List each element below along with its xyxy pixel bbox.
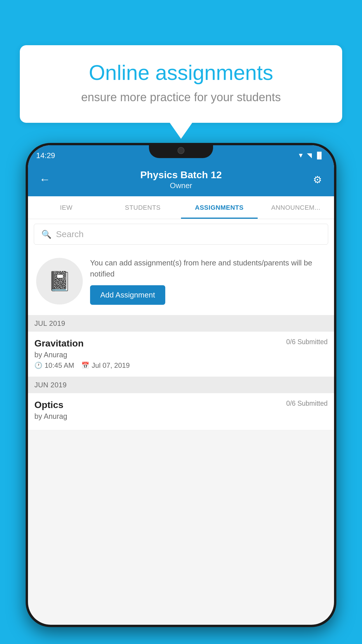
section-header-jun2019: JUN 2019 (28, 377, 334, 393)
assignment-submitted: 0/6 Submitted (286, 338, 328, 346)
assignment-row1-optics: Optics 0/6 Submitted (34, 400, 328, 410)
header-title-area: Physics Batch 12 Owner (53, 169, 309, 190)
header-title: Physics Batch 12 (53, 169, 309, 181)
assignment-row1: Gravitation 0/6 Submitted (34, 338, 328, 349)
tab-assignments[interactable]: ASSIGNMENTS (181, 196, 258, 219)
assignment-item-gravitation[interactable]: Gravitation 0/6 Submitted by Anurag 🕐 10… (28, 332, 334, 377)
assignment-icon-circle: 📓 (36, 258, 83, 304)
assignment-submitted-optics: 0/6 Submitted (286, 400, 328, 407)
status-time: 14:29 (36, 151, 55, 160)
assignment-author-optics: by Anurag (34, 412, 328, 421)
signal-icon: ◥ (307, 152, 312, 159)
phone-notch (149, 143, 213, 158)
info-card: 📓 You can add assignment(s) from here an… (28, 249, 334, 315)
tab-iew[interactable]: IEW (28, 196, 105, 219)
assignment-author: by Anurag (34, 351, 328, 359)
search-container: 🔍 Search (28, 219, 334, 249)
notebook-icon: 📓 (48, 270, 71, 292)
assignment-date: 📅 Jul 07, 2019 (81, 361, 130, 370)
search-placeholder: Search (56, 229, 84, 239)
settings-button[interactable]: ⚙ (309, 174, 325, 186)
back-button[interactable]: ← (37, 173, 53, 186)
header-subtitle: Owner (53, 181, 309, 190)
tab-students[interactable]: STUDENTS (105, 196, 181, 219)
speech-bubble-subtitle: ensure more practice for your students (39, 91, 323, 104)
info-text-area: You can add assignment(s) from here and … (90, 258, 326, 305)
info-description: You can add assignment(s) from here and … (90, 258, 326, 279)
phone-frame: 14:29 ▼ ◥ ▐▌ ← Physics Batch 12 Owner ⚙ (26, 143, 336, 627)
battery-icon: ▐▌ (315, 152, 324, 159)
phone-container: 14:29 ▼ ◥ ▐▌ ← Physics Batch 12 Owner ⚙ (26, 143, 336, 627)
clock-icon: 🕐 (34, 362, 42, 369)
app-header: ← Physics Batch 12 Owner ⚙ (28, 163, 334, 196)
assignment-name: Gravitation (34, 338, 84, 349)
speech-bubble-area: Online assignments ensure more practice … (20, 45, 342, 123)
phone-camera (178, 147, 184, 154)
tab-bar: IEW STUDENTS ASSIGNMENTS ANNOUNCEM... (28, 196, 334, 219)
status-icons: ▼ ◥ ▐▌ (298, 152, 324, 159)
assignment-item-optics[interactable]: Optics 0/6 Submitted by Anurag (28, 393, 334, 430)
assignment-name-optics: Optics (34, 400, 64, 410)
search-bar[interactable]: 🔍 Search (34, 224, 328, 245)
add-assignment-button[interactable]: Add Assignment (90, 285, 165, 305)
speech-bubble-title: Online assignments (39, 61, 323, 84)
assignment-meta: 🕐 10:45 AM 📅 Jul 07, 2019 (34, 361, 328, 370)
calendar-icon: 📅 (81, 362, 89, 369)
assignment-time: 🕐 10:45 AM (34, 361, 74, 370)
wifi-icon: ▼ (298, 152, 304, 159)
speech-bubble: Online assignments ensure more practice … (20, 45, 342, 123)
tab-announcements[interactable]: ANNOUNCEM... (258, 196, 334, 219)
section-header-jul2019: JUL 2019 (28, 315, 334, 332)
phone-screen: 14:29 ▼ ◥ ▐▌ ← Physics Batch 12 Owner ⚙ (28, 145, 334, 625)
search-icon: 🔍 (41, 230, 52, 239)
